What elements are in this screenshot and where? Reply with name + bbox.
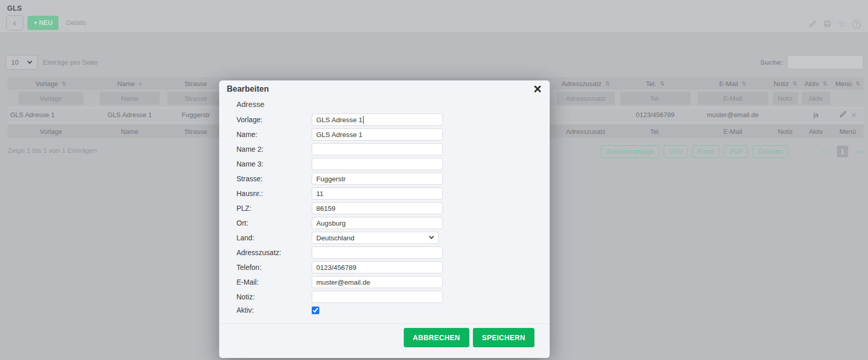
cancel-button[interactable]: ABBRECHEN: [404, 328, 469, 347]
email-field[interactable]: [312, 276, 443, 288]
ort-field[interactable]: [312, 217, 443, 229]
copy-clipboard-button[interactable]: Zwischenablage: [601, 145, 660, 158]
row-delete-icon[interactable]: ×: [851, 112, 857, 119]
adresszusatz-field[interactable]: [312, 246, 443, 259]
form-row-telefon: Telefon:: [236, 261, 534, 273]
telefon-label: Telefon:: [236, 263, 312, 271]
filter-adresszusatz-input[interactable]: [557, 92, 615, 105]
pagination-page-1-button[interactable]: 1: [837, 146, 848, 157]
filter-tel-input[interactable]: [620, 92, 691, 105]
form-row-name2: Name 2:: [236, 143, 534, 155]
column-header-tel[interactable]: Tel.⇅: [616, 80, 695, 88]
sort-icon: ⇅: [741, 80, 746, 87]
vorlage-label: Vorlage:: [236, 116, 312, 124]
favorite-star-icon[interactable]: ☆: [838, 19, 846, 29]
details-button[interactable]: Details: [59, 16, 94, 30]
modal-actions: ABBRECHEN SPEICHERN: [404, 328, 534, 347]
export-toolbar: Zwischenablage CSV Excel PDF Drucken << …: [601, 145, 863, 158]
name2-field[interactable]: [312, 143, 443, 155]
footer-email: E-Mail: [695, 128, 771, 135]
entries-info-text: Zeige 1 bis 1 von 1 Einträgen: [8, 147, 97, 154]
print-button[interactable]: Drucken: [752, 145, 788, 158]
column-header-vorlage[interactable]: Vorlage⇅: [8, 80, 94, 88]
notiz-label: Notiz:: [236, 293, 312, 301]
export-pdf-button[interactable]: PDF: [724, 145, 748, 158]
form-row-land: Land: Deutschland: [236, 232, 534, 244]
column-header-adresszusatz[interactable]: Adresszusatz⇅: [556, 80, 616, 88]
export-csv-button[interactable]: CSV: [664, 145, 689, 158]
plz-label: PLZ:: [236, 204, 312, 212]
cell-email: muster@email.de: [695, 111, 771, 119]
modal-divider: [219, 323, 550, 324]
filter-notiz-input[interactable]: [773, 92, 798, 105]
form-row-hausnr: Hausnr.:: [236, 187, 534, 200]
sort-icon: ⇅: [62, 80, 66, 87]
plz-field[interactable]: [312, 202, 443, 214]
land-dropdown[interactable]: Deutschland: [312, 232, 439, 244]
filter-vorlage-input[interactable]: [18, 92, 83, 105]
column-header-notiz[interactable]: Notiz⇅: [771, 80, 800, 88]
filter-email-input[interactable]: [698, 92, 768, 105]
pagination-first-button[interactable]: <<: [822, 148, 830, 155]
footer-menu: Menü: [832, 128, 863, 135]
filter-aktiv-input[interactable]: [802, 92, 830, 105]
form-row-strasse: Strasse:: [236, 173, 534, 185]
search-area: Suche:: [760, 55, 863, 69]
row-edit-pencil-icon[interactable]: [839, 110, 847, 120]
pagination-last-button[interactable]: >>: [855, 148, 863, 155]
topbar-actions: ☆ ?: [808, 19, 861, 29]
page-size-dropdown[interactable]: 10: [6, 55, 38, 70]
form-row-email: E-Mail:: [236, 276, 534, 288]
name2-label: Name 2:: [236, 145, 312, 153]
footer-strasse: Strasse: [165, 128, 226, 135]
strasse-field[interactable]: [312, 173, 443, 185]
name3-field[interactable]: [312, 158, 443, 170]
name-field[interactable]: [312, 128, 443, 141]
sort-icon: ⇅: [605, 80, 610, 87]
sort-icon: ⇅: [792, 80, 797, 87]
ort-label: Ort:: [236, 219, 312, 227]
form-row-adresszusatz: Adresszusatz:: [236, 246, 534, 259]
footer-notiz: Notiz: [771, 128, 800, 135]
vorlage-field[interactable]: GLS Adresse 1: [312, 114, 443, 126]
form-row-notiz: Notiz:: [236, 291, 534, 303]
chevron-left-icon: ‹: [13, 17, 16, 28]
close-icon[interactable]: ×: [533, 81, 542, 97]
search-label: Suche:: [760, 59, 783, 66]
footer-adresszusatz: Adresszusatz: [556, 128, 616, 135]
address-form: Vorlage: GLS Adresse 1 Name: Name 2: Nam…: [236, 114, 534, 317]
cell-strasse: Fuggerstr: [165, 111, 226, 119]
form-row-name: Name:: [236, 128, 534, 141]
strasse-label: Strasse:: [236, 175, 312, 183]
name-label: Name:: [236, 130, 312, 139]
search-input[interactable]: [787, 55, 863, 69]
column-header-name[interactable]: Name∨: [94, 80, 165, 88]
telefon-field[interactable]: [312, 261, 443, 273]
help-icon[interactable]: ?: [852, 20, 861, 29]
print-icon[interactable]: [823, 19, 832, 29]
modal-section-title: Adresse: [236, 100, 264, 108]
hausnr-label: Hausnr.:: [236, 189, 312, 198]
edit-pencil-icon[interactable]: [808, 20, 817, 29]
export-excel-button[interactable]: Excel: [692, 145, 720, 158]
cell-vorlage: GLS Adresse 1: [8, 111, 94, 119]
sort-icon: ⇅: [660, 80, 665, 87]
aktiv-checkbox[interactable]: [312, 307, 319, 314]
hausnr-field[interactable]: [312, 187, 443, 200]
land-select[interactable]: Deutschland: [312, 232, 439, 244]
column-header-menu[interactable]: Menü⇅: [832, 80, 863, 88]
name3-label: Name 3:: [236, 160, 312, 168]
column-header-strasse[interactable]: Strasse: [165, 80, 226, 88]
save-button[interactable]: SPEICHERN: [473, 328, 534, 347]
back-button[interactable]: ‹: [6, 15, 23, 31]
page-size-select[interactable]: 10: [6, 55, 38, 70]
notiz-field[interactable]: [312, 291, 443, 303]
form-row-vorlage: Vorlage: GLS Adresse 1: [236, 114, 534, 126]
footer-vorlage: Vorlage: [8, 128, 94, 135]
new-button[interactable]: + NEU: [27, 16, 58, 30]
filter-name-input[interactable]: [100, 92, 160, 105]
column-header-aktiv[interactable]: Aktiv⇅: [800, 80, 832, 88]
column-header-email[interactable]: E-Mail⇅: [695, 80, 771, 88]
email-label: E-Mail:: [236, 278, 312, 286]
filter-strasse-input[interactable]: [167, 92, 224, 105]
